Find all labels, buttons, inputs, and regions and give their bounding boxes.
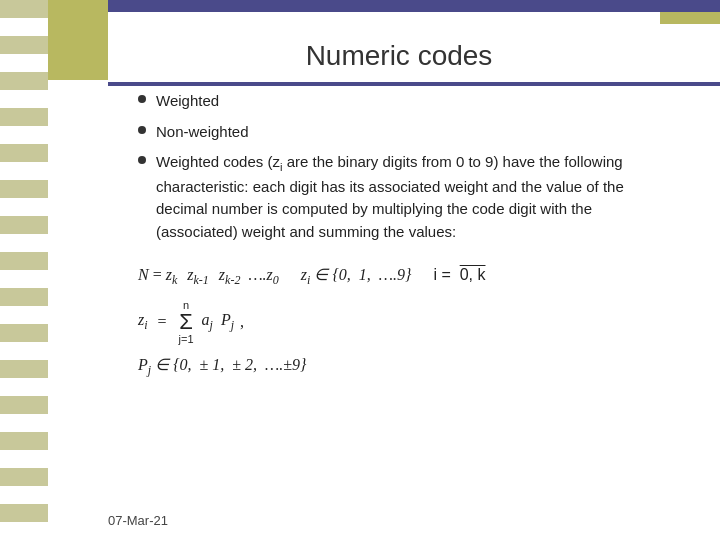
list-item: Weighted codes (zi are the binary digits… — [138, 151, 670, 243]
formula-1: N = zk zk-1 zk-2 ….z0 zi ∈ {0, 1, ….9} i… — [138, 265, 670, 288]
bullet-dot — [138, 126, 146, 134]
formula-3: Pj ∈ {0, ± 1, ± 2, ….±9} — [138, 355, 670, 378]
footer-date: 07-Mar-21 — [108, 513, 168, 528]
bullet-text-3: Weighted codes (zi are the binary digits… — [156, 151, 670, 243]
bullet-list: Weighted Non-weighted Weighted codes (zi… — [138, 90, 670, 243]
formula-2: zi = n Σ j=1 aj Pj , — [138, 299, 670, 345]
top-left-gold-accent — [48, 0, 108, 80]
list-item: Non-weighted — [138, 121, 670, 144]
bullet-text-2: Non-weighted — [156, 121, 249, 144]
left-stripe-decoration — [0, 0, 48, 540]
top-accent-bar — [48, 0, 720, 12]
formula-area: N = zk zk-1 zk-2 ….z0 zi ∈ {0, 1, ….9} i… — [138, 265, 670, 378]
bullet-dot — [138, 156, 146, 164]
bullet-dot — [138, 95, 146, 103]
page-title: Numeric codes — [128, 32, 670, 72]
main-content: Numeric codes Weighted Non-weighted Weig… — [108, 12, 700, 540]
list-item: Weighted — [138, 90, 670, 113]
bullet-text-1: Weighted — [156, 90, 219, 113]
